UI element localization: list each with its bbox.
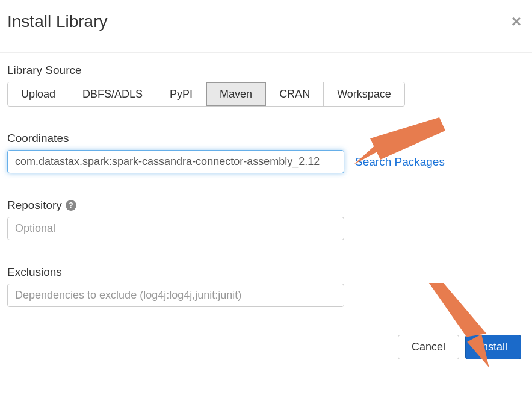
coordinates-row: Coordinates Search Packages — [7, 132, 525, 173]
library-source-tabs: Upload DBFS/ADLS PyPI Maven CRAN Workspa… — [7, 82, 405, 107]
coordinates-label: Coordinates — [7, 132, 525, 145]
exclusions-row: Exclusions — [7, 266, 525, 307]
exclusions-label: Exclusions — [7, 266, 525, 279]
library-source-label: Library Source — [7, 64, 525, 77]
coordinates-input[interactable] — [7, 150, 344, 173]
source-tab-dbfs-adls[interactable]: DBFS/ADLS — [69, 82, 156, 106]
source-tab-pypi[interactable]: PyPI — [156, 82, 206, 106]
repository-label-text: Repository — [7, 199, 62, 212]
source-tab-maven[interactable]: Maven — [206, 82, 266, 106]
modal-footer: Cancel Install — [0, 326, 532, 371]
modal-title: Install Library — [7, 12, 108, 31]
exclusions-input[interactable] — [7, 284, 344, 307]
help-icon[interactable]: ? — [66, 200, 76, 211]
install-button[interactable]: Install — [465, 335, 521, 359]
repository-label: Repository ? — [7, 199, 525, 212]
search-packages-link[interactable]: Search Packages — [355, 155, 445, 169]
source-tab-cran[interactable]: CRAN — [266, 82, 324, 106]
repository-row: Repository ? — [7, 199, 525, 240]
modal-header: Install Library × — [0, 0, 532, 53]
source-tab-upload[interactable]: Upload — [8, 82, 69, 106]
repository-input[interactable] — [7, 217, 344, 240]
source-tab-workspace[interactable]: Workspace — [324, 82, 404, 106]
cancel-button[interactable]: Cancel — [398, 335, 459, 359]
close-button[interactable]: × — [508, 13, 525, 30]
modal-body: Library Source Upload DBFS/ADLS PyPI Mav… — [0, 53, 532, 326]
